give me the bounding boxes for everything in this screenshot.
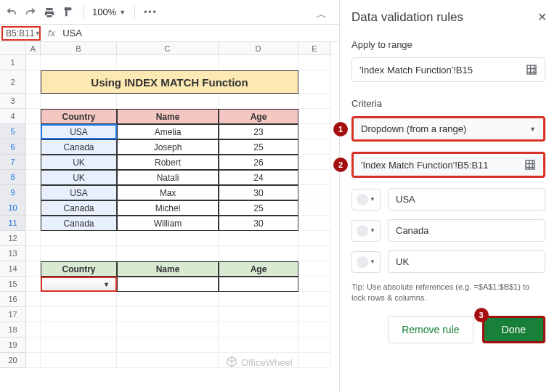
option-row: ▼ USA: [351, 188, 545, 211]
table-header: Age: [219, 109, 298, 124]
select-all-corner[interactable]: [0, 42, 26, 54]
tip-text: Tip: Use absolute references (e.g. =$A$1…: [351, 282, 545, 304]
option-value[interactable]: USA: [388, 188, 545, 211]
remove-rule-button[interactable]: Remove rule: [388, 316, 473, 343]
svg-rect-0: [527, 65, 536, 74]
row-header[interactable]: 15: [0, 277, 26, 292]
cell[interactable]: UK: [41, 170, 117, 185]
fx-icon: fx: [48, 28, 55, 38]
paint-format-icon[interactable]: [62, 7, 74, 18]
cell[interactable]: 30: [219, 185, 298, 200]
color-swatch-button[interactable]: ▼: [351, 189, 381, 211]
row-header[interactable]: 16: [0, 292, 26, 307]
cell[interactable]: Canada: [41, 216, 117, 231]
cell[interactable]: Max: [117, 185, 219, 200]
cell[interactable]: UK: [41, 155, 117, 170]
cell[interactable]: Canada: [41, 139, 117, 155]
more-icon[interactable]: •••: [144, 7, 158, 17]
cell[interactable]: 25: [219, 139, 298, 155]
cell[interactable]: Robert: [117, 155, 219, 170]
row-header[interactable]: 4: [0, 109, 26, 124]
chevron-down-icon: ▼: [103, 281, 110, 288]
col-header[interactable]: C: [117, 42, 219, 54]
row-header[interactable]: 13: [0, 246, 26, 261]
cell[interactable]: [117, 277, 219, 292]
row-header[interactable]: 2: [0, 70, 26, 94]
panel-title: Data validation rules: [351, 10, 545, 25]
cell[interactable]: Michel: [117, 200, 219, 216]
cell[interactable]: USA: [41, 124, 117, 139]
chevron-up-icon[interactable]: ︿: [316, 7, 328, 23]
cell[interactable]: 23: [219, 124, 298, 139]
row-header[interactable]: 6: [0, 139, 26, 155]
annotation-badge-3: 3: [474, 308, 489, 322]
col-header[interactable]: B: [41, 42, 117, 54]
row-header[interactable]: 14: [0, 261, 26, 277]
watermark: OfficeWheel: [225, 356, 293, 369]
row-header[interactable]: 18: [0, 322, 26, 338]
name-box[interactable]: B5:B11▼: [1, 26, 41, 41]
cell[interactable]: 24: [219, 170, 298, 185]
annotation-badge-2: 2: [333, 158, 348, 172]
table-header: Name: [117, 109, 219, 124]
cell[interactable]: Canada: [41, 200, 117, 216]
row-header[interactable]: 9: [0, 185, 26, 200]
row-header[interactable]: 20: [0, 353, 26, 368]
row-header[interactable]: 12: [0, 231, 26, 246]
criteria-type-select[interactable]: 1 Dropdown (from a range) ▼: [351, 116, 545, 142]
row-header[interactable]: 3: [0, 94, 26, 109]
option-row: ▼ UK: [351, 250, 545, 273]
option-value[interactable]: Canada: [388, 219, 545, 242]
cell[interactable]: Amelia: [117, 124, 219, 139]
table-header: Name: [117, 261, 219, 277]
cell[interactable]: Joseph: [117, 139, 219, 155]
table-header: Country: [41, 261, 117, 277]
chevron-down-icon: ▼: [529, 126, 536, 133]
separator: [83, 6, 84, 19]
color-swatch-button[interactable]: ▼: [351, 220, 381, 242]
table-header: Age: [219, 261, 298, 277]
row-header[interactable]: 8: [0, 170, 26, 185]
redo-icon[interactable]: [25, 7, 36, 18]
cell[interactable]: William: [117, 216, 219, 231]
row-header[interactable]: 17: [0, 307, 26, 322]
spreadsheet: A B C D E 1 2Using INDEX MATCH Function …: [0, 42, 333, 391]
table-header: Country: [41, 109, 117, 124]
done-button[interactable]: 3 Done: [482, 316, 545, 343]
criteria-range-input[interactable]: 2 'Index Match Function'!B5:B11: [351, 152, 545, 178]
criteria-label: Criteria: [351, 98, 545, 109]
row-header[interactable]: 1: [0, 55, 26, 70]
apply-to-range-label: Apply to range: [351, 39, 545, 50]
cell[interactable]: 26: [219, 155, 298, 170]
select-range-icon[interactable]: [524, 159, 536, 171]
row-header[interactable]: 19: [0, 338, 26, 353]
cell[interactable]: Natali: [117, 170, 219, 185]
col-header[interactable]: D: [219, 42, 298, 54]
data-validation-panel: Data validation rules ✕ Apply to range '…: [339, 0, 557, 392]
row-header[interactable]: 10: [0, 200, 26, 216]
svg-rect-1: [526, 160, 534, 169]
row-header[interactable]: 11: [0, 216, 26, 231]
row-header[interactable]: 7: [0, 155, 26, 170]
dropdown-cell[interactable]: ▼: [41, 277, 117, 292]
separator: [134, 6, 135, 19]
cell[interactable]: 30: [219, 216, 298, 231]
cell[interactable]: [219, 277, 298, 292]
table-title: Using INDEX MATCH Function: [41, 70, 298, 94]
col-header[interactable]: E: [298, 42, 331, 54]
row-header[interactable]: 5: [0, 124, 26, 139]
color-swatch-button[interactable]: ▼: [351, 251, 381, 273]
option-value[interactable]: UK: [388, 250, 545, 273]
zoom-selector[interactable]: 100%▼: [92, 7, 126, 17]
select-range-icon[interactable]: [526, 64, 537, 75]
print-icon[interactable]: [44, 7, 55, 18]
close-icon[interactable]: ✕: [537, 10, 547, 24]
cell[interactable]: USA: [41, 185, 117, 200]
undo-icon[interactable]: [6, 7, 17, 18]
cell[interactable]: 25: [219, 200, 298, 216]
annotation-badge-1: 1: [333, 122, 348, 136]
option-row: ▼ Canada: [351, 219, 545, 242]
apply-range-input[interactable]: 'Index Match Function'!B15: [351, 57, 545, 82]
formula-input[interactable]: USA: [62, 28, 82, 38]
col-header[interactable]: A: [26, 42, 41, 54]
